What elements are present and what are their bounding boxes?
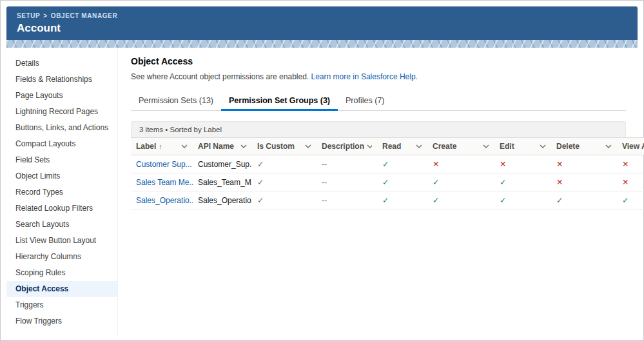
check-icon: ✓ xyxy=(500,195,506,205)
sidebar-item-list-view-button-layout[interactable]: List View Button Layout xyxy=(6,233,117,249)
column-header-view-all[interactable]: View All xyxy=(617,138,644,155)
table-cell: ✓ xyxy=(494,191,551,209)
table-cell: Sales Team Me... xyxy=(131,173,193,191)
table-cell: -- xyxy=(317,173,377,191)
chevron-down-icon[interactable] xyxy=(367,144,372,148)
sidebar-item-hierarchy-columns[interactable]: Hierarchy Columns xyxy=(6,249,117,265)
sidebar-item-page-layouts[interactable]: Page Layouts xyxy=(6,88,117,104)
column-header-label: Label xyxy=(136,142,156,151)
table-summary: 3 items • Sorted by Label xyxy=(131,121,626,137)
tabs: Permission Sets (13)Permission Set Group… xyxy=(131,91,626,111)
cell-text: -- xyxy=(322,196,327,205)
sidebar-item-flow-triggers[interactable]: Flow Triggers xyxy=(6,313,117,329)
column-header-description[interactable]: Description xyxy=(317,138,377,155)
chevron-down-icon[interactable] xyxy=(305,144,311,148)
column-header-edit[interactable]: Edit xyxy=(494,138,551,155)
sidebar-item-scoping-rules[interactable]: Scoping Rules xyxy=(6,265,117,281)
main-panel: Object Access See where Account object p… xyxy=(118,48,638,335)
table-cell: Customer Sup... xyxy=(131,155,193,173)
permissions-table: Label↑API NameIs CustomDescriptionReadCr… xyxy=(131,137,644,209)
sidebar-item-label: Flow Triggers xyxy=(15,317,62,326)
column-header-is-custom[interactable]: Is Custom xyxy=(252,138,317,155)
column-header-read[interactable]: Read xyxy=(377,138,427,155)
row-label-link[interactable]: Customer Sup... xyxy=(136,160,192,169)
sidebar-item-label: Scoping Rules xyxy=(15,268,65,277)
sidebar-item-fields-relationships[interactable]: Fields & Relationships xyxy=(6,72,117,88)
sidebar-item-lightning-record-pages[interactable]: Lightning Record Pages xyxy=(6,104,117,120)
sidebar-item-compact-layouts[interactable]: Compact Layouts xyxy=(6,136,117,152)
breadcrumb-object-manager-link[interactable]: OBJECT MANAGER xyxy=(51,12,117,19)
tab-profiles-7[interactable]: Profiles (7) xyxy=(338,91,392,111)
tab-permission-set-groups-3[interactable]: Permission Set Groups (3) xyxy=(221,91,338,111)
sidebar-item-label: Page Layouts xyxy=(15,91,63,100)
x-icon: ✕ xyxy=(433,159,439,169)
check-icon: ✓ xyxy=(622,195,629,205)
table-cell: ✕ xyxy=(617,173,644,191)
table-cell: ✓ xyxy=(252,191,317,209)
sidebar-item-label: List View Button Layout xyxy=(15,236,96,245)
table-cell: ✕ xyxy=(427,155,494,173)
check-icon: ✓ xyxy=(257,177,264,187)
chevron-down-icon[interactable] xyxy=(605,144,612,148)
check-icon: ✓ xyxy=(382,177,389,187)
chevron-down-icon[interactable] xyxy=(240,144,247,148)
sidebar-item-field-sets[interactable]: Field Sets xyxy=(6,152,117,168)
sidebar-item-record-types[interactable]: Record Types xyxy=(6,184,117,200)
chevron-down-icon[interactable] xyxy=(483,144,489,148)
sort-ascending-icon: ↑ xyxy=(159,142,162,150)
setup-header: SETUP > OBJECT MANAGER Account xyxy=(6,6,638,40)
column-header-api-name[interactable]: API Name xyxy=(193,138,252,155)
sidebar-item-label: Buttons, Links, and Actions xyxy=(15,123,108,132)
header-decoration-pattern xyxy=(6,40,638,48)
check-icon: ✓ xyxy=(257,195,264,205)
sidebar-item-object-limits[interactable]: Object Limits xyxy=(6,168,117,184)
sidebar-item-search-layouts[interactable]: Search Layouts xyxy=(6,217,117,233)
column-header-label: Delete xyxy=(556,142,580,151)
table-cell: Sales_Team_M... xyxy=(193,173,252,191)
column-header-label: Description xyxy=(322,142,364,151)
help-link[interactable]: Learn more in Salesforce Help. xyxy=(311,72,418,81)
table-cell: ✕ xyxy=(551,173,617,191)
breadcrumb-separator: > xyxy=(43,12,47,19)
chevron-down-icon[interactable] xyxy=(540,144,546,148)
column-header-label: Create xyxy=(433,142,456,151)
cell-text: Sales_Team_M... xyxy=(198,178,252,187)
x-icon: ✕ xyxy=(556,177,563,187)
sidebar-item-details[interactable]: Details xyxy=(6,55,117,72)
check-icon: ✓ xyxy=(257,159,264,169)
breadcrumb-setup-link[interactable]: SETUP xyxy=(17,12,40,19)
sidebar-item-label: Fields & Relationships xyxy=(15,75,92,84)
table-cell: ✓ xyxy=(551,191,617,209)
content-area: DetailsFields & RelationshipsPage Layout… xyxy=(6,48,638,335)
check-icon: ✓ xyxy=(382,159,389,169)
x-icon: ✕ xyxy=(622,177,629,187)
sidebar-item-label: Record Types xyxy=(15,188,63,197)
check-icon: ✓ xyxy=(433,195,439,205)
column-header-label[interactable]: Label↑ xyxy=(131,138,193,155)
table-cell: ✓ xyxy=(377,191,427,209)
table-row: Sales_Operatio...Sales_Operatio...✓--✓✓✓… xyxy=(131,191,644,209)
sidebar-item-label: Object Limits xyxy=(15,171,60,180)
row-label-link[interactable]: Sales Team Me... xyxy=(136,178,193,187)
column-header-create[interactable]: Create xyxy=(427,138,494,155)
table-cell: ✕ xyxy=(617,155,644,173)
sidebar-item-object-access[interactable]: Object Access xyxy=(6,281,117,297)
row-label-link[interactable]: Sales_Operatio... xyxy=(136,196,193,205)
chevron-down-icon[interactable] xyxy=(181,144,188,148)
sidebar-item-label: Lightning Record Pages xyxy=(15,107,98,116)
column-header-label: Is Custom xyxy=(257,142,295,151)
table-row: Sales Team Me...Sales_Team_M...✓--✓✓✓✕✕✕ xyxy=(131,173,644,191)
cell-text: -- xyxy=(322,178,327,187)
sidebar-item-related-lookup-filters[interactable]: Related Lookup Filters xyxy=(6,200,117,217)
sidebar-item-buttons-links-and-actions[interactable]: Buttons, Links, and Actions xyxy=(6,120,117,136)
column-header-delete[interactable]: Delete xyxy=(551,138,617,155)
chevron-down-icon[interactable] xyxy=(416,144,422,148)
table-cell: ✓ xyxy=(427,191,494,209)
breadcrumb: SETUP > OBJECT MANAGER xyxy=(17,12,627,19)
sidebar-item-label: Field Sets xyxy=(15,155,50,164)
sidebar-item-label: Compact Layouts xyxy=(15,139,75,148)
tab-permission-sets-13[interactable]: Permission Sets (13) xyxy=(131,91,221,111)
table-cell: Sales_Operatio... xyxy=(131,191,193,209)
sidebar-item-triggers[interactable]: Triggers xyxy=(6,297,117,313)
table-cell: Sales_Operatio... xyxy=(193,191,252,209)
